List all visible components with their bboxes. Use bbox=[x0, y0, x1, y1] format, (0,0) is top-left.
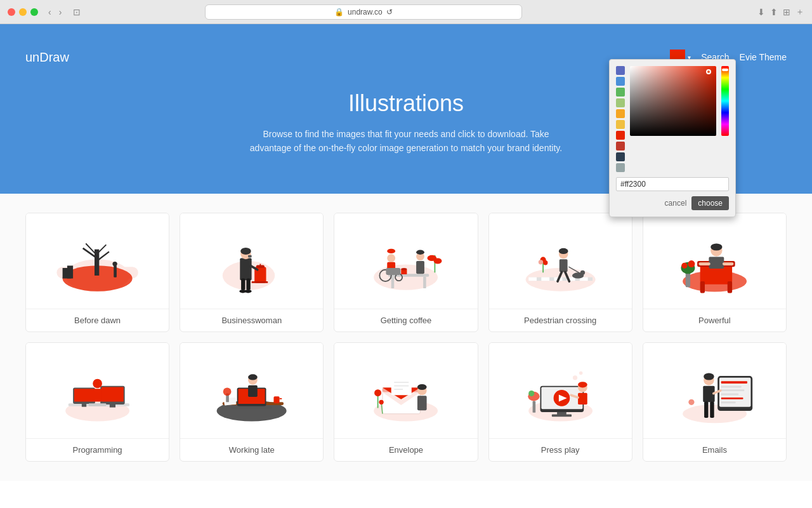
illus-image-working-late bbox=[180, 343, 323, 438]
card-before-dawn[interactable]: Before dawn bbox=[25, 213, 169, 332]
illus-image-getting-coffee bbox=[334, 213, 477, 309]
svg-programming bbox=[39, 356, 156, 425]
svg-rect-28 bbox=[391, 277, 395, 288]
card-getting-coffee[interactable]: Getting coffee bbox=[334, 213, 478, 332]
svg-rect-25 bbox=[248, 255, 252, 258]
card-powerful[interactable]: Powerful bbox=[643, 213, 787, 332]
svg-point-149 bbox=[688, 399, 694, 405]
svg-point-75 bbox=[688, 260, 695, 267]
preset-gray[interactable] bbox=[616, 163, 625, 172]
svg-point-144 bbox=[704, 373, 714, 380]
hex-row bbox=[616, 177, 729, 191]
hue-bar[interactable] bbox=[721, 66, 729, 136]
preset-lightblue[interactable] bbox=[616, 77, 625, 86]
color-picker-popup: cancel choose bbox=[609, 59, 736, 217]
card-press-play[interactable]: Press play bbox=[488, 342, 632, 462]
illus-image-envelope bbox=[334, 343, 477, 438]
svg-point-112 bbox=[417, 384, 427, 390]
reload-icon[interactable]: ↺ bbox=[386, 8, 393, 17]
add-tab-icon[interactable]: ⊞ bbox=[783, 6, 790, 18]
maximize-button[interactable] bbox=[30, 8, 38, 16]
svg-rect-83 bbox=[102, 387, 124, 401]
svg-press-play bbox=[502, 356, 619, 425]
svg-point-37 bbox=[416, 250, 424, 254]
cancel-button[interactable]: cancel bbox=[665, 196, 687, 210]
card-businesswoman[interactable]: Businesswoman bbox=[180, 213, 324, 332]
svg-emails bbox=[656, 356, 773, 425]
card-pedestrian-crossing[interactable]: Pedestrian crossing bbox=[488, 213, 632, 332]
illustrations-grid: Before dawn bbox=[25, 213, 787, 462]
new-tab-button[interactable]: ＋ bbox=[796, 6, 804, 18]
hero-section: unDraw ▾ Search Evie Theme Illustrations… bbox=[0, 24, 812, 194]
close-button[interactable] bbox=[8, 8, 15, 16]
svg-powerful bbox=[656, 226, 773, 296]
reader-button[interactable]: ⊡ bbox=[69, 6, 84, 18]
illustrations-section: Before dawn bbox=[0, 194, 812, 481]
browser-actions: ⬇ ⬆ ⊞ ＋ bbox=[757, 6, 804, 18]
forward-button[interactable]: › bbox=[56, 6, 65, 18]
back-button[interactable]: ‹ bbox=[46, 6, 54, 18]
card-envelope[interactable]: Envelope bbox=[334, 342, 478, 462]
preset-orange[interactable] bbox=[616, 109, 625, 118]
hero-description: Browse to find the images that fit your … bbox=[247, 127, 565, 156]
svg-rect-38 bbox=[416, 261, 424, 274]
svg-rect-113 bbox=[417, 396, 427, 410]
svg-rect-15 bbox=[260, 264, 261, 267]
choose-button[interactable]: choose bbox=[691, 196, 729, 210]
preset-yellow[interactable] bbox=[616, 120, 625, 129]
gradient-cursor bbox=[706, 69, 711, 74]
label-envelope: Envelope bbox=[334, 438, 477, 461]
illus-image-powerful bbox=[643, 213, 786, 309]
svg-rect-11 bbox=[67, 265, 73, 278]
svg-rect-124 bbox=[551, 414, 571, 417]
card-working-late[interactable]: Working late bbox=[180, 342, 324, 462]
nav-buttons: ‹ › bbox=[46, 6, 64, 18]
illus-image-businesswoman bbox=[180, 213, 323, 309]
svg-rect-29 bbox=[423, 277, 426, 288]
preset-darkred[interactable] bbox=[616, 142, 625, 150]
svg-point-43 bbox=[434, 258, 442, 264]
svg-rect-87 bbox=[89, 403, 107, 406]
svg-rect-138 bbox=[721, 385, 741, 387]
svg-rect-73 bbox=[686, 272, 690, 287]
svg-rect-148 bbox=[710, 401, 714, 418]
minimize-button[interactable] bbox=[19, 8, 27, 16]
card-emails[interactable]: Emails bbox=[643, 342, 787, 462]
svg-rect-21 bbox=[241, 278, 245, 290]
svg-working-late bbox=[193, 356, 310, 425]
preset-lightgreen[interactable] bbox=[616, 98, 625, 107]
svg-rect-8 bbox=[114, 265, 117, 277]
hex-input[interactable] bbox=[616, 177, 729, 191]
traffic-lights bbox=[8, 8, 38, 16]
card-programming[interactable]: Programming bbox=[25, 342, 169, 462]
svg-rect-141 bbox=[721, 398, 743, 399]
color-gradient[interactable] bbox=[630, 66, 716, 136]
svg-rect-17 bbox=[240, 258, 251, 280]
svg-rect-127 bbox=[578, 392, 587, 404]
url-text: undraw.co bbox=[348, 8, 383, 17]
svg-point-24 bbox=[245, 290, 252, 293]
svg-rect-142 bbox=[721, 401, 735, 403]
preset-blue[interactable] bbox=[616, 66, 625, 75]
address-bar[interactable]: 🔒 undraw.co ↺ bbox=[205, 4, 522, 20]
logo: unDraw bbox=[25, 50, 69, 65]
svg-rect-93 bbox=[274, 396, 280, 403]
preset-green[interactable] bbox=[616, 88, 625, 97]
illus-image-press-play bbox=[489, 343, 632, 438]
svg-point-19 bbox=[240, 248, 251, 255]
svg-envelope bbox=[347, 356, 464, 425]
download-icon[interactable]: ⬇ bbox=[757, 6, 765, 18]
svg-point-126 bbox=[578, 382, 587, 387]
svg-rect-129 bbox=[532, 401, 535, 412]
svg-point-85 bbox=[93, 378, 102, 388]
svg-rect-53 bbox=[559, 259, 567, 272]
preset-red[interactable] bbox=[616, 131, 625, 140]
svg-point-40 bbox=[402, 268, 407, 271]
svg-point-69 bbox=[710, 243, 722, 250]
label-press-play: Press play bbox=[489, 438, 632, 461]
preset-dark[interactable] bbox=[616, 152, 625, 161]
theme-link[interactable]: Evie Theme bbox=[740, 52, 787, 62]
svg-rect-46 bbox=[528, 277, 537, 281]
svg-rect-67 bbox=[728, 281, 732, 293]
share-icon[interactable]: ⬆ bbox=[770, 6, 778, 18]
